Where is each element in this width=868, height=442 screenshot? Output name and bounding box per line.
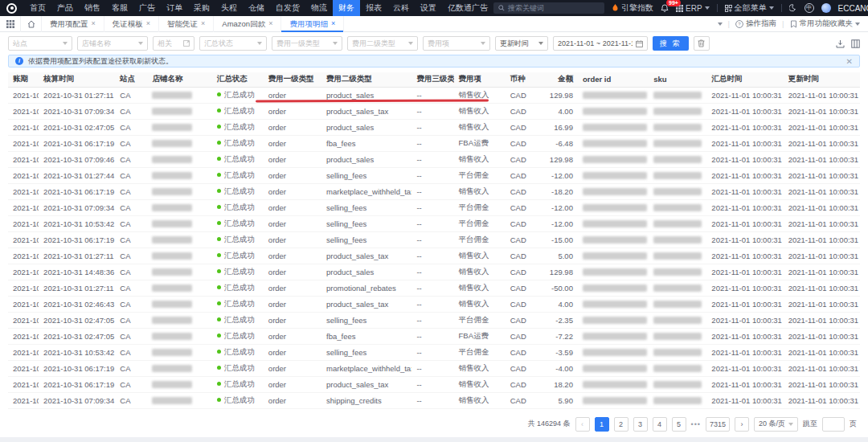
tab-4[interactable]: Amazon回款×: [214, 16, 281, 32]
favorites-button[interactable]: 常用功能收藏夹: [790, 18, 861, 29]
nav-item-5[interactable]: 广告: [133, 0, 161, 16]
all-menu-button[interactable]: 全部菜单: [725, 2, 774, 14]
cell-amount: -50.00: [536, 280, 578, 296]
filter-select-8[interactable]: 更新时间: [495, 36, 548, 51]
filter-select-7[interactable]: 费用项: [423, 36, 490, 51]
cell-amount: 4.00: [536, 296, 578, 312]
filter-input-3[interactable]: 相关: [153, 36, 194, 51]
nav-item-15[interactable]: 设置: [415, 0, 442, 16]
filter-select-4[interactable]: 汇总状态: [199, 36, 267, 51]
filter-select-5[interactable]: 费用一级类型: [272, 36, 342, 51]
column-header-9[interactable]: 费用项: [454, 72, 506, 87]
column-header-4[interactable]: 店铺名称: [147, 72, 211, 87]
notifications-button[interactable]: 99+: [661, 4, 669, 12]
tab-5[interactable]: 费用项明细×: [281, 16, 344, 32]
column-header-3[interactable]: 站点: [115, 72, 147, 87]
column-header-6[interactable]: 费用一级类型: [264, 72, 321, 87]
apps-menu-button[interactable]: [0, 16, 21, 32]
page-button-2[interactable]: 2: [614, 417, 628, 432]
page-button-4[interactable]: 4: [653, 417, 667, 432]
nav-item-13[interactable]: 报表: [360, 0, 387, 16]
column-header-2[interactable]: 核算时间: [39, 72, 115, 87]
cell-status: 汇总成功: [212, 248, 264, 264]
tab-close-icon[interactable]: ×: [201, 16, 205, 31]
user-name[interactable]: ECCANG: [838, 4, 868, 13]
jump-page-input[interactable]: [822, 417, 845, 432]
status-dot-icon: [217, 221, 221, 225]
column-settings-icon[interactable]: [851, 39, 860, 48]
tabs-chevron-down-icon[interactable]: [718, 23, 723, 26]
home-tab-button[interactable]: [21, 16, 42, 32]
column-header-14[interactable]: 汇总时间: [706, 72, 783, 87]
banner-close-icon[interactable]: ✕: [846, 57, 853, 66]
cell-status: 汇总成功: [212, 167, 264, 183]
cell-fee2: fba_fees: [321, 135, 411, 151]
tab-3[interactable]: 智能凭证×: [159, 16, 214, 32]
page-button-3[interactable]: 3: [633, 417, 648, 432]
nav-item-6[interactable]: 订单: [161, 0, 188, 16]
column-header-13[interactable]: sku: [649, 72, 706, 87]
language-toggle[interactable]: 中: [805, 3, 814, 13]
filter-select-6[interactable]: 费用二级类型: [347, 36, 418, 51]
cell-period: 2021-10: [8, 328, 39, 344]
page-button-5[interactable]: 5: [672, 417, 686, 432]
filter-label: 费用二级类型: [352, 39, 395, 49]
nav-item-14[interactable]: 云科: [387, 0, 415, 16]
cell-status: 汇总成功: [212, 215, 264, 231]
erp-switcher[interactable]: ERP: [676, 4, 710, 13]
filter-select-1[interactable]: 站点: [8, 36, 72, 51]
tab-close-icon[interactable]: ×: [146, 16, 150, 31]
column-header-8[interactable]: 费用三级类型: [411, 72, 453, 87]
search-button[interactable]: 搜 索: [653, 36, 689, 51]
nav-item-7[interactable]: 采购: [188, 0, 215, 16]
table-row: 2021-102021-10-31 07:09:34CA汇总成功ordersel…: [8, 199, 860, 215]
column-header-11[interactable]: 金额: [536, 72, 578, 87]
nav-item-9[interactable]: 仓储: [243, 0, 270, 16]
tab-2[interactable]: 凭证模板×: [104, 16, 159, 32]
tab-close-icon[interactable]: ×: [268, 16, 272, 31]
guide-label: 操作指南: [746, 18, 776, 29]
column-header-15[interactable]: 更新时间: [784, 72, 860, 87]
next-page-button[interactable]: ›: [735, 417, 749, 432]
engine-score-button[interactable]: 引擎指数: [612, 2, 653, 14]
nav-item-4[interactable]: 客服: [106, 0, 133, 16]
prev-page-button[interactable]: ‹: [575, 417, 590, 432]
column-header-10[interactable]: 币种: [506, 72, 536, 87]
column-header-5[interactable]: 汇总状态: [212, 72, 264, 87]
last-page-button[interactable]: 7315: [706, 417, 730, 432]
theme-moon-icon[interactable]: [789, 4, 797, 12]
clear-filters-button[interactable]: [694, 36, 710, 51]
export-icon[interactable]: [836, 39, 845, 48]
nav-item-10[interactable]: 自发货: [270, 0, 305, 16]
column-header-7[interactable]: 费用二级类型: [321, 72, 411, 87]
tab-close-icon[interactable]: ×: [92, 16, 96, 31]
tab-close-icon[interactable]: ×: [331, 16, 335, 31]
pagination-ellipsis[interactable]: •••: [691, 420, 701, 428]
nav-item-12[interactable]: 财务: [333, 0, 360, 16]
nav-item-11[interactable]: 物流: [305, 0, 333, 16]
filter-select-2[interactable]: 店铺名称: [77, 36, 148, 51]
cell-period: 2021-10: [8, 199, 39, 215]
user-avatar[interactable]: [821, 3, 831, 13]
nav-item-8[interactable]: 头程: [215, 0, 243, 16]
cell-currency: CAD: [506, 392, 536, 408]
nav-item-3[interactable]: 销售: [79, 0, 106, 16]
filter-date-9[interactable]: 2021-11-01 ~ 2021-11-10: [553, 36, 648, 51]
page-size-select[interactable]: 20 条/页: [754, 417, 798, 432]
tab-1[interactable]: 费用项配置×: [42, 16, 104, 32]
column-header-12[interactable]: order id: [578, 72, 649, 87]
brand-logo-icon[interactable]: [6, 3, 17, 14]
page-button-1[interactable]: 1: [595, 417, 609, 432]
cell-order: [578, 87, 649, 103]
global-search-input[interactable]: 搜索关键词: [493, 2, 604, 14]
cell-site: CA: [115, 264, 147, 280]
nav-item-1[interactable]: 首页: [24, 0, 51, 16]
nav-item-2[interactable]: 产品: [51, 0, 79, 16]
sku-redacted: [653, 317, 702, 324]
cell-amount: -2.35: [536, 312, 578, 328]
column-header-1[interactable]: 账期: [8, 72, 39, 87]
store-redacted: [152, 301, 192, 308]
nav-item-16[interactable]: 亿数通广告: [442, 0, 493, 16]
cell-summary_time: 2021-11-01 10:00:31: [706, 264, 783, 280]
guide-button[interactable]: ? 操作指南: [735, 18, 776, 29]
